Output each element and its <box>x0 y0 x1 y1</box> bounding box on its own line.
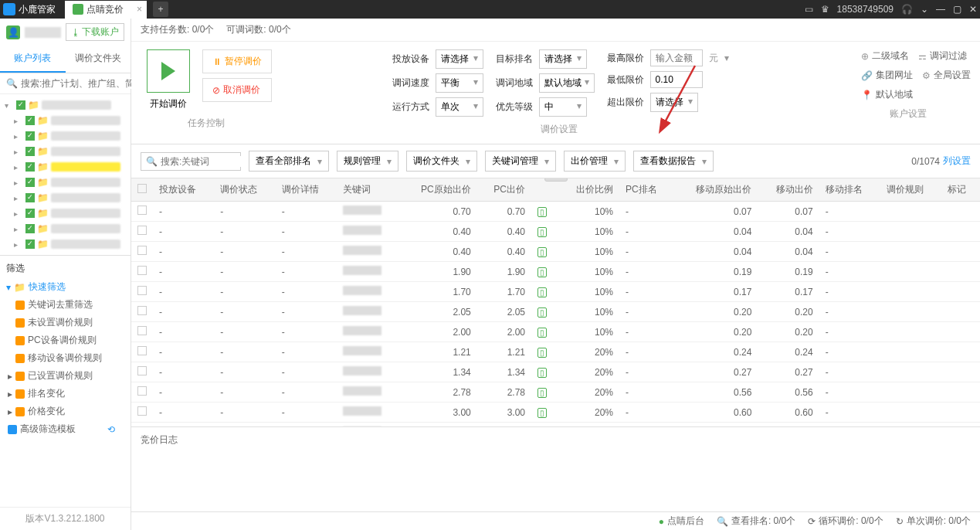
app-name: 小鹿管家 <box>19 3 56 16</box>
book-icon[interactable]: ▭ <box>805 4 813 15</box>
table-row[interactable]: --- 1.341.34 ▯ 20%- 0.270.27 - <box>131 362 980 382</box>
default-region-link[interactable]: 📍默认地域 <box>861 88 913 101</box>
crown-icon[interactable]: ♛ <box>821 4 829 15</box>
tree-item[interactable]: ▸📁 <box>0 206 131 221</box>
row-checkbox[interactable] <box>137 266 147 275</box>
phone-icon: ▯ <box>537 408 547 418</box>
speed-select[interactable]: 平衡 <box>436 73 483 93</box>
table-row[interactable]: --- 2.782.78 ▯ 20%- 0.560.56 - <box>131 382 980 403</box>
table-row[interactable]: --- 2.002.00 ▯ 10%- 0.200.20 - <box>131 322 980 342</box>
close-window-icon[interactable]: ✕ <box>969 4 977 15</box>
domain-link[interactable]: ⊕二级域名 <box>861 49 909 63</box>
col-settings-link[interactable]: 列设置 <box>943 155 971 168</box>
maximize-icon[interactable]: ▢ <box>953 4 961 15</box>
download-account-button[interactable]: ⭳下载账户 <box>66 23 124 41</box>
table-row[interactable]: --- 0.900.90 ▯ 20%- 0.180.18 - <box>131 423 980 427</box>
table-row[interactable]: --- 1.901.90 ▯ 10%- 0.190.19 - <box>131 262 980 282</box>
over-price-select[interactable]: 请选择 <box>650 93 698 112</box>
table-row[interactable]: --- 3.003.00 ▯ 20%- 0.600.60 - <box>131 403 980 423</box>
tab-active[interactable]: 点睛竞价 × <box>65 1 147 19</box>
keyword-cell <box>343 246 381 255</box>
group-url-link[interactable]: 🔗集团网址 <box>861 69 913 82</box>
row-checkbox[interactable] <box>137 346 147 355</box>
table-row[interactable]: --- 1.701.70 ▯ 10%- 0.170.17 - <box>131 282 980 302</box>
backend-link[interactable]: ●点睛后台 <box>659 515 704 528</box>
minimize-icon[interactable]: — <box>936 4 945 15</box>
filter-link[interactable]: ⚎调词过滤 <box>918 49 967 63</box>
filter-has-rule[interactable]: ▸已设置调价规则 <box>0 367 131 385</box>
tree-item[interactable]: ▸📁 <box>0 175 131 190</box>
search-icon: 🔍 <box>6 78 18 89</box>
tree-item[interactable]: ▸📁 <box>0 190 131 206</box>
log-section: 竞价日志 <box>131 426 980 511</box>
row-checkbox[interactable] <box>137 206 147 215</box>
mode-select[interactable]: 单次 <box>436 97 483 117</box>
row-checkbox[interactable] <box>137 306 147 315</box>
tab-accounts[interactable]: 账户列表 <box>0 46 66 73</box>
row-checkbox[interactable] <box>137 366 147 375</box>
row-checkbox[interactable] <box>137 226 147 235</box>
row-checkbox[interactable] <box>137 406 147 416</box>
search-icon: 🔍 <box>146 156 158 167</box>
phone-number: 18538749509 <box>837 4 894 15</box>
tree-item[interactable]: ▸📁 <box>0 221 131 236</box>
headset-icon[interactable]: 🎧 <box>901 4 913 15</box>
content-top: 支持任务数: 0/0个 可调词数: 0/0个 <box>131 19 980 42</box>
folder-mgmt-dropdown[interactable]: 调价文件夹 <box>406 151 477 172</box>
filter-advanced[interactable]: 高级筛选模板⟲ <box>0 420 131 438</box>
pause-button[interactable]: ⏸暂停调价 <box>202 49 272 73</box>
sidebar-search[interactable]: 🔍 <box>0 73 131 94</box>
keyword-mgmt-dropdown[interactable]: 关键词管理 <box>485 151 556 172</box>
view-rank-dropdown[interactable]: 查看全部排名 <box>249 151 329 172</box>
tree-item[interactable]: ▸📁 <box>0 113 131 128</box>
phone-icon: ▯ <box>537 207 547 217</box>
global-link[interactable]: ⚙全局设置 <box>922 69 971 82</box>
row-checkbox[interactable] <box>137 326 147 335</box>
status-bar: ●点睛后台 🔍查看排名: 0/0个 ⟳循环调价: 0/0个 ↻单次调价: 0/0… <box>131 511 980 530</box>
arrow-down-icon[interactable]: ⌄ <box>921 4 928 15</box>
rank-select[interactable]: 请选择 <box>539 49 587 69</box>
filter-rank-change[interactable]: ▸排名变化 <box>0 385 131 403</box>
table-row[interactable]: --- 2.052.05 ▯ 10%- 0.200.20 - <box>131 302 980 322</box>
device-select[interactable]: 请选择 <box>436 49 483 69</box>
bid-mgmt-dropdown[interactable]: 出价管理 <box>564 151 626 172</box>
keyword-search[interactable]: 🔍 <box>141 152 241 171</box>
min-price-input[interactable] <box>650 71 703 88</box>
filter-keyword-dedup[interactable]: 关键词去重筛选 <box>0 296 131 314</box>
tab-add-button[interactable]: + <box>153 2 168 17</box>
tree-item[interactable]: ▸📁 <box>0 159 131 175</box>
table-row[interactable]: --- 0.400.40 ▯ 10%- 0.040.04 - <box>131 242 980 262</box>
table-row[interactable]: --- 1.211.21 ▯ 20%- 0.240.24 - <box>131 342 980 362</box>
keyword-cell <box>343 326 381 335</box>
tree-root[interactable]: ▾📁 <box>0 97 131 113</box>
sidebar-search-input[interactable] <box>21 78 137 89</box>
row-checkbox[interactable] <box>137 286 147 295</box>
row-checkbox[interactable] <box>137 386 147 396</box>
filter-no-rule[interactable]: 未设置调价规则 <box>0 314 131 331</box>
tree-item[interactable]: ▸📁 <box>0 236 131 252</box>
task-control-label: 任务控制 <box>188 114 225 130</box>
priority-select[interactable]: 中 <box>539 97 587 117</box>
tree-item[interactable]: ▸📁 <box>0 144 131 159</box>
max-price-input[interactable] <box>650 49 703 66</box>
filter-price-change[interactable]: ▸价格变化 <box>0 403 131 420</box>
report-dropdown[interactable]: 查看数据报告 <box>633 151 714 172</box>
table-row[interactable]: --- 0.700.70 ▯ 10%- 0.070.07 - <box>131 202 980 222</box>
region-select[interactable]: 默认地域 <box>539 73 595 93</box>
rule-mgmt-dropdown[interactable]: 规则管理 <box>337 151 398 172</box>
filter-mobile-rule[interactable]: 移动设备调价规则 <box>0 349 131 367</box>
tree-item[interactable]: ▸📁 <box>0 128 131 144</box>
quick-filter-head[interactable]: ▾📁快速筛选 <box>0 278 131 296</box>
table-row[interactable]: --- 0.400.40 ▯ 10%- 0.040.04 - <box>131 222 980 242</box>
splitter-handle[interactable] <box>544 178 568 182</box>
cancel-button[interactable]: ⊘取消调价 <box>202 78 272 102</box>
start-button[interactable] <box>147 49 190 93</box>
tab-folders[interactable]: 调价文件夹 <box>66 46 131 73</box>
keyword-cell <box>343 386 381 396</box>
table-header: 投放设备 调价状态 调价详情 关键词 PC原始出价 PC出价 出价比例 PC排名… <box>131 178 980 202</box>
filter-pc-rule[interactable]: PC设备调价规则 <box>0 331 131 349</box>
select-all-checkbox[interactable] <box>137 184 147 193</box>
keyword-cell <box>343 266 381 275</box>
row-checkbox[interactable] <box>137 246 147 255</box>
close-icon[interactable]: × <box>137 4 142 15</box>
